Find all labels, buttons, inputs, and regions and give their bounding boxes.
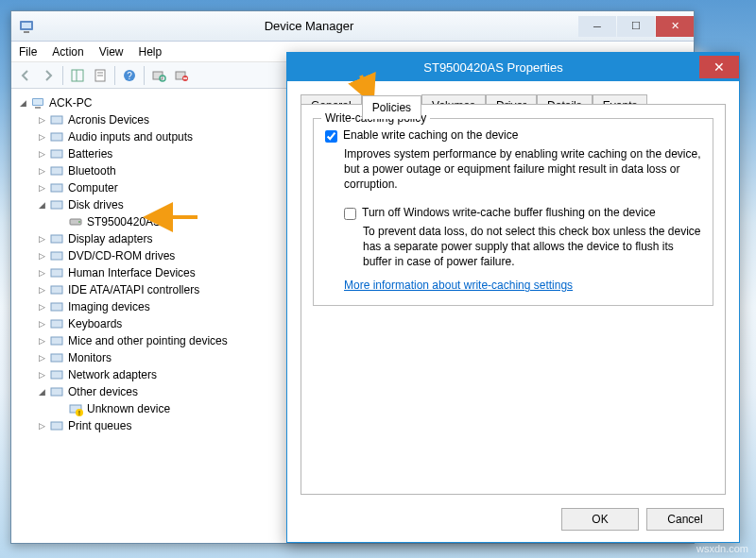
tab-policies[interactable]: Policies bbox=[362, 95, 421, 119]
svg-rect-35 bbox=[51, 388, 62, 396]
minimize-button[interactable]: ─ bbox=[578, 16, 616, 37]
app-icon bbox=[19, 19, 34, 34]
uninstall-button[interactable] bbox=[171, 65, 192, 86]
checkbox-label[interactable]: Turn off Windows write-cache buffer flus… bbox=[362, 206, 656, 219]
category-icon bbox=[49, 418, 64, 433]
tree-label: ACK-PC bbox=[49, 96, 92, 110]
tree-label: Bluetooth bbox=[68, 164, 116, 178]
category-icon bbox=[49, 129, 64, 144]
svg-text:!: ! bbox=[78, 410, 80, 416]
svg-rect-30 bbox=[51, 303, 62, 311]
category-icon bbox=[49, 231, 64, 246]
tree-label: Display adapters bbox=[68, 232, 152, 245]
cancel-button[interactable]: Cancel bbox=[646, 508, 724, 531]
menu-action[interactable]: Action bbox=[52, 45, 83, 59]
watermark: wsxdn.com bbox=[696, 543, 748, 554]
svg-rect-23 bbox=[51, 201, 62, 209]
tree-label: Human Interface Devices bbox=[68, 266, 196, 279]
expand-icon[interactable]: ▷ bbox=[36, 335, 47, 347]
category-icon bbox=[49, 146, 64, 161]
tree-label: Network adapters bbox=[68, 368, 157, 381]
svg-rect-2 bbox=[24, 31, 29, 33]
svg-rect-18 bbox=[51, 116, 62, 124]
expand-icon[interactable]: ▷ bbox=[36, 233, 47, 245]
svg-rect-33 bbox=[51, 354, 62, 362]
category-icon bbox=[49, 282, 64, 297]
expand-icon[interactable]: ▷ bbox=[36, 369, 47, 380]
category-icon bbox=[49, 163, 64, 178]
menu-file[interactable]: File bbox=[19, 45, 37, 59]
expand-icon[interactable]: ▷ bbox=[36, 301, 47, 313]
scan-button[interactable] bbox=[148, 65, 169, 86]
maximize-button[interactable]: ☐ bbox=[617, 16, 655, 37]
turn-off-flush-row: Turn off Windows write-cache buffer flus… bbox=[344, 206, 701, 220]
svg-text:?: ? bbox=[127, 71, 132, 81]
svg-rect-19 bbox=[51, 133, 62, 141]
tab-panel-policies: Write-caching policy Enable write cachin… bbox=[301, 104, 726, 495]
forward-button[interactable] bbox=[38, 65, 59, 86]
checkbox-description: Improves system performance by enabling … bbox=[344, 146, 701, 193]
expand-icon[interactable]: ▷ bbox=[36, 352, 47, 364]
properties-dialog: ST9500420AS Properties ✕ GeneralPolicies… bbox=[286, 52, 740, 543]
menu-view[interactable]: View bbox=[99, 45, 124, 59]
titlebar[interactable]: Device Manager ─ ☐ ✕ bbox=[11, 11, 694, 42]
device-icon bbox=[68, 214, 83, 229]
category-icon bbox=[49, 112, 64, 127]
tree-label: ST9500420AS bbox=[87, 215, 161, 228]
dialog-close-button[interactable]: ✕ bbox=[699, 56, 739, 78]
window-title: Device Manager bbox=[40, 19, 578, 33]
turn-off-flush-checkbox[interactable] bbox=[344, 208, 356, 220]
svg-rect-28 bbox=[51, 269, 62, 277]
category-icon bbox=[49, 333, 64, 348]
svg-rect-1 bbox=[22, 23, 31, 28]
enable-write-caching-row: Enable write caching on the device bbox=[325, 128, 701, 143]
expand-icon[interactable]: ▷ bbox=[36, 250, 47, 262]
tree-label: Audio inputs and outputs bbox=[68, 130, 193, 144]
help-button[interactable]: ? bbox=[119, 65, 140, 86]
checkbox-label[interactable]: Enable write caching on the device bbox=[343, 128, 518, 142]
svg-rect-3 bbox=[72, 70, 83, 81]
expand-icon[interactable]: ◢ bbox=[36, 386, 47, 397]
expand-icon[interactable]: ▷ bbox=[36, 148, 47, 160]
collapse-icon[interactable]: ◢ bbox=[17, 97, 28, 109]
expand-icon[interactable]: ▷ bbox=[36, 114, 47, 126]
category-icon bbox=[49, 350, 64, 365]
properties-button[interactable] bbox=[90, 65, 111, 86]
category-icon bbox=[49, 197, 64, 212]
expand-icon[interactable]: ▷ bbox=[36, 420, 47, 431]
category-icon bbox=[49, 384, 64, 399]
tree-label: Acronis Devices bbox=[68, 113, 149, 127]
tree-label: Other devices bbox=[68, 385, 138, 398]
expand-icon[interactable]: ▷ bbox=[36, 318, 47, 330]
svg-rect-17 bbox=[35, 107, 41, 109]
tree-label: Monitors bbox=[68, 351, 112, 364]
expand-icon[interactable]: ▷ bbox=[36, 267, 47, 279]
tree-label: Computer bbox=[68, 181, 118, 194]
svg-rect-29 bbox=[51, 286, 62, 294]
close-button[interactable]: ✕ bbox=[656, 16, 694, 37]
expand-icon[interactable]: ▷ bbox=[36, 165, 47, 177]
svg-rect-16 bbox=[33, 99, 43, 105]
svg-rect-39 bbox=[51, 422, 62, 430]
category-icon bbox=[49, 265, 64, 280]
category-icon bbox=[49, 299, 64, 314]
tree-label: Mice and other pointing devices bbox=[68, 334, 228, 347]
expand-icon[interactable]: ◢ bbox=[36, 199, 47, 211]
dialog-title: ST9500420AS Properties bbox=[287, 60, 699, 75]
expand-icon[interactable]: ▷ bbox=[36, 131, 47, 143]
show-hide-tree-button[interactable] bbox=[67, 65, 88, 86]
write-caching-group: Write-caching policy Enable write cachin… bbox=[313, 118, 713, 306]
more-info-link[interactable]: More information about write-caching set… bbox=[344, 279, 573, 292]
svg-rect-22 bbox=[51, 184, 62, 192]
svg-rect-21 bbox=[51, 167, 62, 175]
expand-icon[interactable]: ▷ bbox=[36, 284, 47, 296]
expand-icon[interactable]: ▷ bbox=[36, 182, 47, 194]
dialog-titlebar[interactable]: ST9500420AS Properties ✕ bbox=[287, 53, 739, 81]
menu-help[interactable]: Help bbox=[139, 45, 163, 59]
enable-write-caching-checkbox[interactable] bbox=[325, 130, 337, 143]
back-button[interactable] bbox=[15, 65, 36, 86]
computer-icon bbox=[30, 95, 45, 110]
svg-point-25 bbox=[78, 221, 80, 223]
category-icon bbox=[49, 316, 64, 331]
ok-button[interactable]: OK bbox=[561, 508, 639, 531]
